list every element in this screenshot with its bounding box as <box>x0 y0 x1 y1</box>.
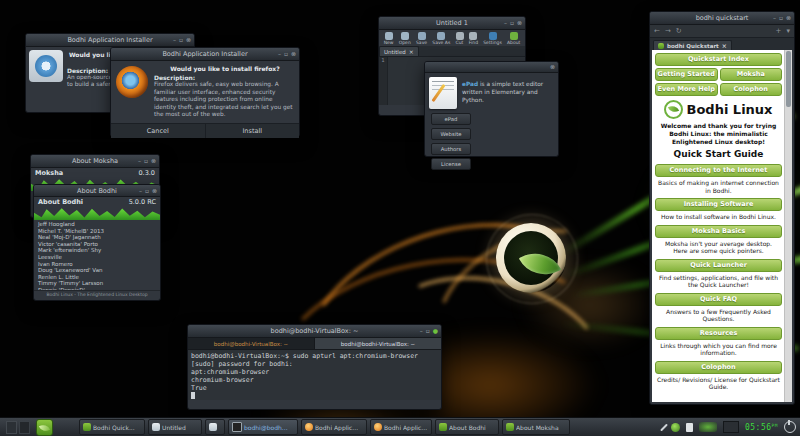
open-button[interactable]: Open <box>399 32 411 45</box>
installer-chromium-titlebar[interactable]: Bodhi Application Installer –▫⊗ <box>26 34 194 47</box>
about-moksha-titlebar[interactable]: About Moksha –▫⊗ <box>31 155 159 168</box>
close-icon[interactable]: ⊗ <box>186 37 191 43</box>
section-button-quick-launcher[interactable]: Quick Launcher <box>655 259 782 272</box>
new-tab-icon[interactable]: + <box>776 27 782 35</box>
close-icon[interactable]: ⊗ <box>550 64 555 70</box>
terminal-window[interactable]: bodhi@bodhi-VirtualBox: ~ –▫● bodhi@bodh… <box>187 324 442 410</box>
tab-close-icon[interactable]: × <box>722 42 727 49</box>
website-button[interactable]: Website <box>431 128 471 140</box>
new-button[interactable]: New <box>384 32 394 45</box>
section-button-quick-faq[interactable]: Quick FAQ <box>655 293 782 306</box>
quickstart-navbar: ← → ↻ + ▾ <box>650 25 794 38</box>
taskbar-item-untitled[interactable]: Untitled <box>148 419 202 435</box>
section-button-colophon[interactable]: Colophon <box>655 361 782 374</box>
pager-desktop-1[interactable] <box>6 421 17 434</box>
maximize-icon[interactable]: ▫ <box>510 20 514 26</box>
save-as-button[interactable]: Save As <box>432 32 450 45</box>
maximize-icon[interactable]: ▫ <box>144 158 148 164</box>
epad-titlebar[interactable]: Untitled 1 –▫⊗ <box>379 17 525 30</box>
section-button-internet[interactable]: Connecting to the Internet <box>655 164 782 177</box>
taskbar-item-about-bodhi[interactable]: About Bodhi <box>435 419 499 435</box>
cancel-button[interactable]: Cancel <box>111 124 206 138</box>
taskbar-item-epad-about[interactable] <box>205 419 225 435</box>
terminal-tab-active[interactable]: bodhi@bodhi-VirtualBox: ~ <box>315 338 441 349</box>
scrollbar-thumb[interactable] <box>786 51 791 107</box>
taskbar-item-terminal[interactable]: bodhi@bodh... <box>228 419 298 435</box>
section-button-moksha-basics[interactable]: Moksha Basics <box>655 225 782 238</box>
network-indicator-icon[interactable] <box>699 422 717 432</box>
epad-tab-button[interactable]: ePad <box>431 113 471 125</box>
minimize-icon[interactable]: – <box>139 188 142 194</box>
terminal-output[interactable]: bodhi@bodhi-VirtualBox:~$ sudo apturl ap… <box>188 350 441 400</box>
tab-close-icon[interactable]: × <box>409 48 414 55</box>
about-bodhi-window[interactable]: About Bodhi –▫⊗ About Bodhi 5.0.0 RC Jef… <box>33 184 161 301</box>
terminal-line: [sudo] password for bodhi: <box>191 360 293 368</box>
maximize-icon[interactable]: ▫ <box>179 37 183 43</box>
quickstart-index-button[interactable]: Quickstart Index <box>655 53 782 66</box>
moksha-button[interactable]: Moksha <box>720 68 783 81</box>
maximize-icon[interactable]: ▫ <box>145 188 149 194</box>
minimize-icon[interactable]: – <box>504 20 507 26</box>
back-icon[interactable]: ← <box>654 27 660 35</box>
menu-chevron-icon[interactable]: ▾ <box>786 27 790 35</box>
close-icon[interactable]: ⊗ <box>786 15 791 21</box>
close-icon[interactable]: ⊗ <box>291 51 296 57</box>
reload-icon[interactable]: ↻ <box>676 27 682 35</box>
license-button[interactable]: License <box>431 158 471 170</box>
epad-tab[interactable]: Untitled × <box>379 46 419 56</box>
even-more-help-button[interactable]: Even More Help <box>655 83 718 96</box>
clock[interactable]: 05:56PM <box>745 423 778 432</box>
save-button[interactable]: Save <box>416 32 427 45</box>
bodhi-menu-button[interactable] <box>36 419 53 436</box>
about-button[interactable]: About <box>507 32 520 45</box>
pencil-icon[interactable] <box>660 423 668 431</box>
updates-icon[interactable] <box>671 423 680 432</box>
taskbar-item-installer-2[interactable]: Bodhi Applic... <box>370 419 432 435</box>
close-icon[interactable]: ⊗ <box>517 20 522 26</box>
authors-button[interactable]: Authors <box>431 143 471 155</box>
terminal-tab-inactive[interactable]: bodhi@bodhi-VirtualBox: ~ <box>188 338 315 349</box>
section-button-software[interactable]: Installing Software <box>655 198 782 211</box>
maximize-icon[interactable]: ▫ <box>284 51 288 57</box>
terminal-titlebar[interactable]: bodhi@bodhi-VirtualBox: ~ –▫● <box>188 325 441 338</box>
installer-firefox-titlebar[interactable]: Bodhi Application Installer –▫⊗ <box>111 48 299 61</box>
colophon-index-button[interactable]: Colophon <box>720 83 783 96</box>
taskbar-item-about-moksha[interactable]: About Moksha <box>502 419 570 435</box>
maximize-icon[interactable]: ▫ <box>426 328 430 334</box>
close-icon[interactable]: ⊗ <box>151 158 156 164</box>
pager-desktop-2[interactable] <box>19 421 30 434</box>
minimize-icon[interactable]: – <box>278 51 281 57</box>
taskbar-item-installer-1[interactable]: Bodhi Applic... <box>301 419 367 435</box>
install-button[interactable]: Install <box>206 124 300 138</box>
close-icon[interactable]: ⊗ <box>152 188 157 194</box>
getting-started-button[interactable]: Getting Started <box>655 68 718 81</box>
minimize-icon[interactable]: – <box>773 15 776 21</box>
terminal-cursor <box>191 392 195 399</box>
section-button-resources[interactable]: Resources <box>655 327 782 340</box>
find-button[interactable]: Find <box>469 32 478 45</box>
clock-time: 05:56 <box>745 423 772 432</box>
cut-button[interactable]: Cut <box>456 32 464 45</box>
taskbar-item-quickstart[interactable]: Bodhi Quick... <box>79 419 145 435</box>
power-icon[interactable] <box>784 421 796 433</box>
epad-about-titlebar[interactable]: ⊗ <box>425 62 558 73</box>
installer-firefox-window[interactable]: Bodhi Application Installer –▫⊗ Would yo… <box>110 47 300 137</box>
minimize-icon[interactable]: – <box>420 328 423 334</box>
minimize-icon[interactable]: – <box>138 158 141 164</box>
scrollbar[interactable] <box>784 50 792 402</box>
quickstart-tab-label: bodhi Quickstart <box>667 43 719 49</box>
desktop-pager[interactable] <box>6 421 30 434</box>
minimize-icon[interactable]: – <box>173 37 176 43</box>
about-bodhi-titlebar[interactable]: About Bodhi –▫⊗ <box>34 185 160 197</box>
clipboard-icon[interactable] <box>686 423 693 432</box>
section-caption: Links through which you can find more in… <box>657 342 780 357</box>
quickstart-tab[interactable]: bodhi Quickstart × <box>653 40 732 50</box>
quickstart-window[interactable]: bodhi quickstart –▫⊗ ← → ↻ + ▾ bodhi Qui… <box>649 11 795 405</box>
epad-about-window[interactable]: ⊗ ePad is a simple text editor written i… <box>424 61 559 157</box>
quickstart-titlebar[interactable]: bodhi quickstart –▫⊗ <box>650 12 794 25</box>
close-icon[interactable]: ● <box>433 328 438 334</box>
credit-line: Neal 'Moj-D' Jagannath <box>38 234 156 241</box>
maximize-icon[interactable]: ▫ <box>779 15 783 21</box>
settings-button[interactable]: Settings <box>483 32 501 45</box>
forward-icon[interactable]: → <box>665 27 671 35</box>
